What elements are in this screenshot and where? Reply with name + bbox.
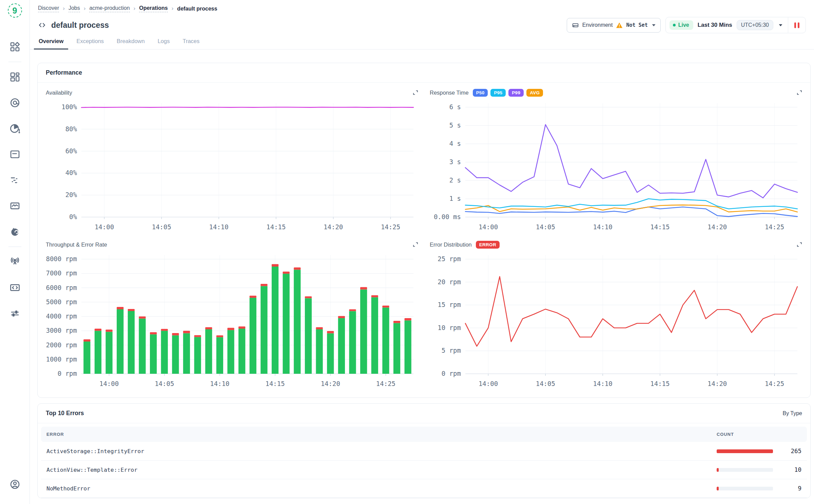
expand-icon[interactable] [796,89,803,96]
count-value: 9 [773,485,801,492]
sidebar-item-grafana[interactable] [9,226,20,237]
svg-text:2 s: 2 s [449,176,461,184]
sidebar-divider [8,62,21,62]
performance-card-header: Performance [38,63,810,83]
performance-title: Performance [46,69,82,76]
main-area: Discover›Jobs›acme-production›Operations… [30,0,814,504]
table-row[interactable]: ActionView::Template::Error10 [41,461,807,479]
chevron-down-icon [652,24,656,26]
breadcrumb-item[interactable]: Discover [38,5,59,12]
sidebar-item-metrics[interactable] [9,200,20,211]
svg-text:80%: 80% [65,125,77,133]
table-row[interactable]: ActiveStorage::IntegrityError265 [41,442,807,461]
server-icon [572,22,579,29]
legend-badge-p50: P50 [473,89,488,97]
chart-title: Availability [46,90,72,96]
expand-icon[interactable] [796,241,803,248]
svg-text:14:10: 14:10 [210,380,229,387]
svg-text:100%: 100% [61,103,77,111]
svg-text:25 rpm: 25 rpm [438,255,461,263]
tab-breakdown[interactable]: Breakdown [116,38,146,49]
tab-traces[interactable]: Traces [182,38,200,49]
sidebar-item-goals[interactable] [9,97,20,108]
error-name: NoMethodError [46,485,717,492]
breadcrumb-item[interactable]: Jobs [69,5,80,12]
expand-icon[interactable] [412,89,419,96]
time-range-chevron-icon[interactable] [773,24,788,26]
svg-text:8000 rpm: 8000 rpm [46,255,77,263]
breadcrumb-item[interactable]: acme-production [89,5,130,12]
count-bar-fill [717,449,773,453]
svg-text:14:15: 14:15 [650,380,670,387]
svg-text:14:20: 14:20 [708,223,727,231]
svg-text:4 s: 4 s [449,140,461,147]
svg-text:3 s: 3 s [449,158,461,166]
timezone-badge: UTC+05:30 [737,20,773,30]
count-value: 10 [773,466,801,473]
chart-title: Throughput & Error Rate [46,241,107,248]
sidebar-item-broadcast[interactable] [9,256,20,267]
sidebar-item-alerts[interactable] [9,123,20,134]
time-range-label: Last 30 Mins [698,22,732,28]
breadcrumb-separator: › [63,5,65,12]
breadcrumb-item[interactable]: Operations [139,5,168,12]
svg-text:15 rpm: 15 rpm [438,301,461,308]
svg-text:7000 rpm: 7000 rpm [46,269,77,277]
svg-text:14:05: 14:05 [152,223,171,231]
svg-text:1000 rpm: 1000 rpm [46,355,77,363]
legend-badge-error: ERROR [476,241,500,249]
sidebar-item-traces[interactable] [9,175,20,186]
count-cell: 265 [717,448,801,454]
live-badge: Live [670,20,693,30]
expand-icon[interactable] [412,241,419,248]
svg-text:20%: 20% [65,191,77,198]
tab-logs[interactable]: Logs [157,38,171,49]
svg-text:20 rpm: 20 rpm [438,278,461,286]
svg-text:40%: 40% [65,169,77,176]
breadcrumb-item: default process [177,6,217,12]
error-distribution-panel: Error Distribution ERROR 14:0014:0514:10… [430,237,803,391]
breadcrumb-separator: › [172,5,174,12]
count-bar-track [717,449,773,453]
live-dot-icon [673,24,676,26]
svg-text:5 s: 5 s [449,121,461,129]
sidebar-item-dashboards[interactable] [9,72,20,82]
top-errors-title: Top 10 Errors [46,410,84,417]
svg-text:0 rpm: 0 rpm [442,370,461,377]
svg-text:5000 rpm: 5000 rpm [46,298,77,306]
response-time-chart: 14:0014:0514:1014:1514:2014:256 s5 s4 s3… [430,100,803,235]
count-cell: 10 [717,466,801,473]
header-controls: Environment Not Set Live Last 30 Mins UT… [567,17,806,33]
sidebar-item-logs[interactable] [9,149,20,160]
tab-exceptions[interactable]: Exceptions [76,38,104,49]
breadcrumb: Discover›Jobs›acme-production›Operations… [30,0,814,13]
content: Performance Availability 14:0014:0514:10… [30,50,814,504]
svg-text:14:15: 14:15 [650,223,670,231]
svg-text:14:15: 14:15 [265,380,285,387]
pause-button[interactable] [788,22,806,28]
tab-overview[interactable]: Overview [38,38,64,49]
sidebar-nav [0,34,30,497]
environment-selector[interactable]: Environment Not Set [567,18,661,33]
svg-text:14:00: 14:00 [479,223,498,231]
svg-text:1 s: 1 s [449,195,461,202]
table-row[interactable]: NoMethodError9 [41,479,807,498]
page-header: default process Environment Not Set Liv [30,13,814,33]
svg-text:14:05: 14:05 [155,380,174,387]
sidebar-item-deployments[interactable] [9,282,20,293]
count-bar-fill [717,468,719,472]
svg-text:14:20: 14:20 [324,223,343,231]
errors-table: ERROR COUNT ActiveStorage::IntegrityErro… [41,427,807,498]
warning-icon [616,22,623,28]
app-logo[interactable]: 9 [8,3,22,18]
count-bar-track [717,468,773,472]
sidebar-item-preferences[interactable] [9,308,20,319]
sidebar-item-account[interactable] [9,479,20,490]
time-range-control[interactable]: Live Last 30 Mins UTC+05:30 [665,17,806,33]
sidebar-item-apps[interactable] [9,41,20,52]
by-type-toggle[interactable]: By Type [782,410,802,416]
page-title: default process [51,21,109,30]
svg-text:4000 rpm: 4000 rpm [46,312,77,320]
performance-card: Performance Availability 14:0014:0514:10… [37,63,811,398]
chart-legend: ERROR [476,241,500,249]
